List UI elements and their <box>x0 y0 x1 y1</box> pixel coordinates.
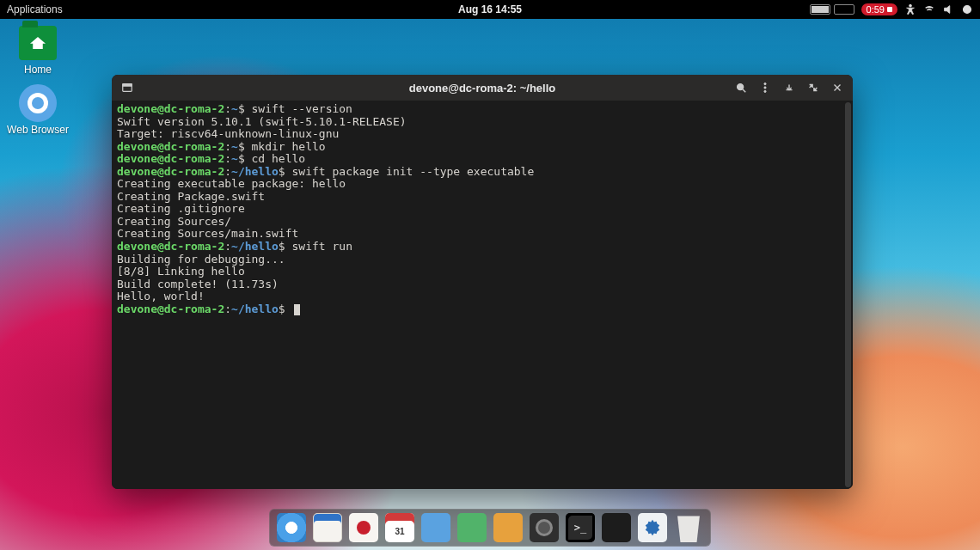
dock-photos[interactable] <box>530 513 559 542</box>
dock-writer[interactable] <box>421 513 450 542</box>
svg-point-5 <box>764 82 766 84</box>
clock[interactable]: Aug 16 14:55 <box>458 3 522 15</box>
search-button[interactable] <box>731 77 751 98</box>
top-bar: Applications Aug 16 14:55 0:59 <box>0 0 980 19</box>
scrollbar[interactable] <box>845 102 851 487</box>
power-icon[interactable] <box>961 3 973 15</box>
dock-calc[interactable] <box>457 513 487 542</box>
dock-calendar[interactable]: 31 <box>385 513 414 542</box>
terminal-prompt-line: devone@dc-roma-2:~$ cd hello <box>117 153 848 166</box>
menu-button[interactable] <box>755 77 775 98</box>
dock-impress[interactable] <box>493 513 523 542</box>
terminal-output-line: Creating Sources/ <box>117 216 848 229</box>
desktop-icon-label: Home <box>3 64 72 76</box>
chromium-icon <box>19 86 57 120</box>
dock-trash[interactable] <box>674 513 703 542</box>
timer-text: 0:59 <box>867 4 885 15</box>
cursor <box>294 304 300 315</box>
dock-terminal[interactable]: >_ <box>566 513 595 542</box>
svg-rect-3 <box>123 84 132 87</box>
dock-settings[interactable] <box>638 513 667 542</box>
terminal-body[interactable]: devone@dc-roma-2:~$ swift --versionSwift… <box>112 101 853 489</box>
window-title: devone@dc-roma-2: ~/hello <box>409 82 556 95</box>
desktop-icon-label: Web Browser <box>3 124 72 136</box>
new-tab-button[interactable] <box>117 77 138 98</box>
terminal-output-line: Creating Sources/main.swift <box>117 228 848 241</box>
terminal-output-line: Swift version 5.10.1 (swift-5.10.1-RELEA… <box>117 116 848 129</box>
svg-point-6 <box>764 87 766 89</box>
dock-files[interactable] <box>313 513 342 542</box>
minimize-button[interactable] <box>779 77 799 98</box>
desktop-icon-browser[interactable]: Web Browser <box>3 86 72 136</box>
window-titlebar[interactable]: devone@dc-roma-2: ~/hello <box>112 75 853 101</box>
terminal-output-line: Target: riscv64-unknown-linux-gnu <box>117 128 848 141</box>
terminal-output-line: [8/8] Linking hello <box>117 266 848 278</box>
terminal-prompt-line: devone@dc-roma-2:~$ swift --version <box>117 103 848 116</box>
terminal-output-line: Creating Package.swift <box>117 191 848 204</box>
terminal-prompt-line: devone@dc-roma-2:~$ mkdir hello <box>117 141 848 154</box>
network-icon[interactable] <box>923 3 935 15</box>
terminal-output-line: Hello, world! <box>117 290 848 303</box>
terminal-output-line: Building for debugging... <box>117 254 848 266</box>
accessibility-icon[interactable] <box>904 3 916 15</box>
battery-indicators[interactable] <box>810 4 854 15</box>
battery-empty-icon <box>834 4 854 15</box>
dock: 31 >_ <box>269 509 711 547</box>
dock-monitor[interactable] <box>602 513 631 542</box>
applications-menu[interactable]: Applications <box>7 3 63 15</box>
svg-point-7 <box>764 90 766 92</box>
terminal-prompt-line: devone@dc-roma-2:~/hello$ swift run <box>117 241 848 254</box>
terminal-output-line: Creating .gitignore <box>117 203 848 216</box>
close-button[interactable] <box>827 77 848 98</box>
stop-record-icon <box>887 7 892 12</box>
maximize-button[interactable] <box>803 77 824 98</box>
svg-point-0 <box>910 4 912 7</box>
desktop-icon-home[interactable]: Home <box>3 26 72 76</box>
dock-chromium[interactable] <box>277 513 306 542</box>
dock-screenrec[interactable] <box>349 513 378 542</box>
terminal-window: devone@dc-roma-2: ~/hello devone@dc-roma… <box>112 75 853 489</box>
volume-icon[interactable] <box>942 3 954 15</box>
terminal-output-line: Creating executable package: hello <box>117 178 848 191</box>
battery-full-icon <box>810 4 830 15</box>
folder-icon <box>19 26 57 60</box>
terminal-output-line: Build complete! (11.73s) <box>117 278 848 291</box>
terminal-prompt-line: devone@dc-roma-2:~/hello$ swift package … <box>117 166 848 179</box>
terminal-prompt-line: devone@dc-roma-2:~/hello$ <box>117 303 848 316</box>
screen-record-timer[interactable]: 0:59 <box>861 3 897 15</box>
calendar-day: 31 <box>395 527 404 536</box>
svg-point-4 <box>738 84 744 90</box>
